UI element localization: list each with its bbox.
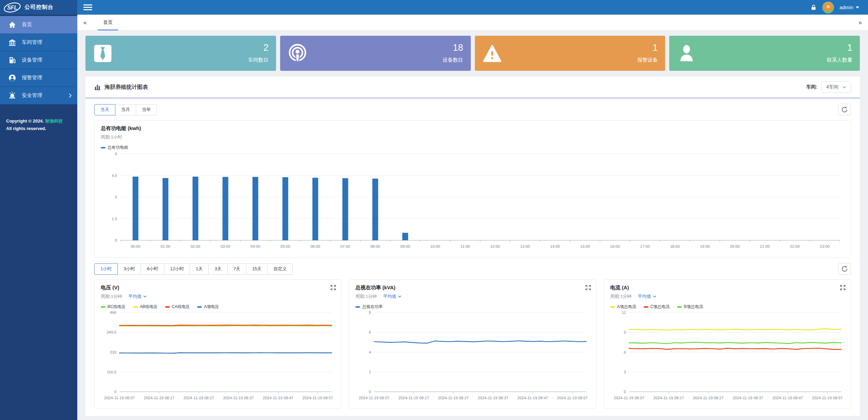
range-today-button[interactable]: 当天: [94, 104, 115, 115]
chart-title: 总有功电能 (kwh): [101, 125, 845, 132]
chevron-right-icon: [69, 93, 72, 98]
expand-icon[interactable]: [840, 285, 846, 292]
chevron-down-icon: [398, 295, 401, 297]
legend-item[interactable]: CA线电压: [165, 304, 190, 310]
siren-icon: [8, 92, 16, 100]
legend-item[interactable]: 总有功电能: [101, 145, 128, 150]
sidebar-item-alarms[interactable]: 报警管理: [0, 69, 77, 87]
statistics-panel: 海胆养殖统计图表 车间: 4车间 当天 当月: [85, 77, 860, 416]
refresh-button[interactable]: [838, 104, 851, 115]
svg-text:2024-11-19 08:47: 2024-11-19 08:47: [517, 396, 548, 400]
svg-text:20:00: 20:00: [730, 244, 740, 248]
user-circle-icon: [8, 74, 16, 82]
chart-legend: BC线电压AB线电压CA线电压A项电压: [101, 304, 335, 310]
sidebar-item-home[interactable]: 首页: [0, 16, 77, 34]
user-avatar[interactable]: [822, 2, 834, 13]
sidebar-item-label: 报警管理: [22, 75, 42, 81]
stat-card-devices[interactable]: 18 设备数目: [280, 36, 471, 71]
expand-icon[interactable]: [330, 285, 336, 292]
range-12h-button[interactable]: 12小时: [164, 263, 190, 275]
legend-item[interactable]: AB线电压: [133, 304, 158, 310]
user-menu[interactable]: admin: [839, 4, 859, 10]
svg-text:2024-11-19 08:57: 2024-11-19 08:57: [557, 396, 588, 400]
sidebar-item-security[interactable]: 安全管理: [0, 87, 77, 104]
svg-text:6: 6: [624, 350, 626, 354]
voltage-chart-box: 电压 (V) 周期:1分钟 平均值 BC线电压: [94, 279, 341, 408]
svg-text:04:00: 04:00: [251, 244, 260, 248]
voltage-line-chart-canvas[interactable]: 0116.5233349.54662024-11-19 08:072024-11…: [101, 310, 335, 403]
range-custom-button[interactable]: 自定义: [268, 263, 293, 275]
current-line-chart-canvas[interactable]: 0369122024-11-19 08:072024-11-19 08:1720…: [610, 310, 845, 403]
stat-card-workshops[interactable]: 2 车间数目: [85, 36, 276, 71]
user-icon: [677, 44, 696, 63]
svg-text:03:00: 03:00: [221, 244, 230, 248]
svg-text:2024-11-19 08:47: 2024-11-19 08:47: [772, 396, 803, 400]
sidebar-item-workshop[interactable]: 车间管理: [0, 34, 77, 51]
sidebar-item-label: 安全管理: [22, 92, 42, 99]
username: admin: [839, 4, 853, 10]
range-15d-button[interactable]: 15天: [246, 263, 268, 275]
svg-text:13:00: 13:00: [520, 244, 530, 248]
aggregation-select[interactable]: 平均值: [128, 293, 147, 300]
sidebar-item-devices[interactable]: 设备管理: [0, 51, 77, 69]
svg-text:2024-11-19 08:07: 2024-11-19 08:07: [104, 396, 135, 400]
svg-text:8: 8: [369, 310, 371, 314]
home-icon: [8, 21, 16, 29]
legend-item[interactable]: B项总电流: [677, 304, 703, 310]
expand-icon[interactable]: [585, 285, 591, 292]
svg-text:17:00: 17:00: [640, 244, 650, 248]
svg-text:12: 12: [622, 310, 626, 314]
svg-text:05:00: 05:00: [280, 244, 290, 248]
svg-text:23:00: 23:00: [820, 244, 830, 248]
range-3h-button[interactable]: 3小时: [118, 263, 141, 275]
stat-value: 1: [827, 43, 852, 52]
range-year-button[interactable]: 当年: [136, 104, 157, 115]
svg-text:15:00: 15:00: [580, 244, 590, 248]
range-3d-button[interactable]: 3天: [209, 263, 227, 275]
brand-area: SFL 公司控制台: [0, 0, 77, 15]
range-6h-button[interactable]: 6小时: [141, 263, 164, 275]
lock-icon[interactable]: [810, 4, 817, 11]
legend-item[interactable]: A项总电流: [610, 304, 636, 310]
legend-item[interactable]: C项总电流: [644, 304, 670, 310]
workshop-select[interactable]: 4车间: [821, 81, 851, 93]
bar-chart-icon: [94, 84, 101, 91]
tab-home[interactable]: 首页: [93, 15, 123, 30]
sidebar-toggle-icon[interactable]: [83, 4, 92, 10]
panel-divider: [85, 98, 860, 98]
aggregation-select[interactable]: 平均值: [383, 293, 401, 300]
range-month-button[interactable]: 当月: [115, 104, 136, 115]
energy-bar-chart-canvas[interactable]: 01.534.5600:0001:0002:0003:0004:0005:000…: [101, 150, 845, 253]
svg-text:2024-11-19 08:37: 2024-11-19 08:37: [478, 396, 509, 400]
svg-text:3: 3: [624, 370, 626, 374]
app-root: SFL 公司控制台 admin 首页: [0, 0, 868, 420]
tabs-collapse-right[interactable]: »: [852, 15, 868, 30]
day-range-group: 当天 当月 当年: [94, 104, 157, 115]
brand-link[interactable]: 智渔科技: [45, 118, 63, 124]
range-1d-button[interactable]: 1天: [190, 263, 209, 275]
svg-text:2024-11-19 08:07: 2024-11-19 08:07: [359, 396, 389, 400]
svg-text:2024-11-19 08:27: 2024-11-19 08:27: [183, 396, 214, 400]
apparent-power-line-chart-canvas[interactable]: 024682024-11-19 08:072024-11-19 08:17202…: [355, 310, 590, 403]
chart-period: 周期:1小时: [101, 134, 122, 140]
stat-label: 报警设备: [637, 57, 658, 63]
range-7d-button[interactable]: 7天: [228, 263, 246, 275]
sidebar-item-label: 车间管理: [22, 39, 42, 46]
legend-item[interactable]: A项电压: [197, 304, 219, 310]
refresh-button[interactable]: [838, 263, 851, 275]
aggregation-select[interactable]: 平均值: [638, 293, 656, 300]
app-title: 公司控制台: [25, 4, 53, 11]
svg-text:16:00: 16:00: [610, 244, 620, 248]
stat-card-contacts[interactable]: 1 联系人数量: [669, 36, 860, 71]
legend-item[interactable]: 总视在功率: [355, 304, 383, 310]
range-1h-button[interactable]: 1小时: [94, 263, 118, 275]
chart-title: 电压 (V): [101, 285, 335, 291]
legend-item[interactable]: BC线电压: [101, 304, 126, 310]
top-navbar: admin: [77, 0, 868, 15]
hour-range-group: 1小时 3小时 6小时 12小时 1天 3天 7天 15天 自定义: [94, 263, 293, 275]
tabs-collapse-left[interactable]: «: [77, 15, 93, 30]
refresh-icon: [841, 266, 848, 272]
company-logo-icon: SFL: [3, 2, 21, 13]
chart-period: 周期:1分钟: [355, 293, 377, 300]
stat-card-alarm-devices[interactable]: 1 报警设备: [475, 36, 665, 71]
